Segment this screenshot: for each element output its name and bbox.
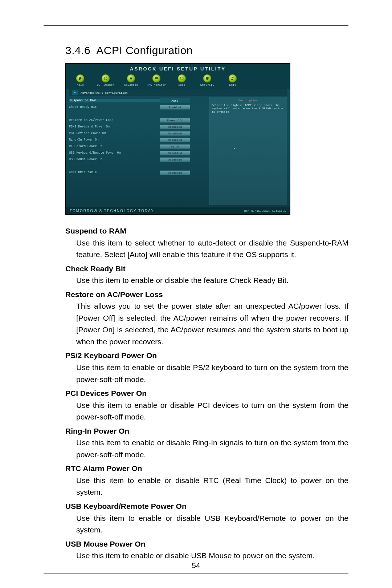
doc-entry: RTC Alarm Power OnUse this item to enabl… — [44, 463, 348, 498]
footer-datetime: Mon 07/15/2012, 15:55:55 — [244, 209, 286, 212]
entry-title: USB Keyboard/Remote Power On — [65, 500, 348, 512]
doc-entry: USB Keyboard/Remote Power OnUse this ite… — [44, 500, 348, 536]
tab-hw-monitor[interactable]: H/W Monitor — [145, 74, 168, 86]
bios-option-row[interactable]: RTC Alarm Power OnBy OS — [69, 143, 207, 150]
tab-boot[interactable]: Boot — [171, 74, 193, 86]
svg-point-3 — [232, 77, 233, 78]
bios-footer: TOMORROW'S TECHNOLOGY TODAY Mon 07/15/20… — [66, 207, 290, 214]
entry-title: Ring-In Power On — [65, 425, 348, 437]
bios-option-label: RTC Alarm Power On — [69, 145, 160, 148]
page-number: 54 — [44, 561, 348, 570]
bios-option-value[interactable]: Disabled — [160, 138, 190, 142]
bios-breadcrumb: ← Advanced\ACPI Configuration — [69, 89, 287, 96]
bios-option-value[interactable]: By OS — [160, 144, 190, 149]
mouse-cursor-icon: ↖ — [233, 146, 236, 150]
entry-body: Use this item to enable or disable Ring-… — [76, 437, 348, 461]
bios-option-row[interactable]: USB Keyboard/Remote Power OnDisabled — [69, 150, 207, 156]
bios-option-row[interactable]: PCI Devices Power OnDisabled — [69, 130, 207, 137]
entry-body: Use this item to enable or disable PCI d… — [76, 400, 348, 423]
bios-option-label: Check Ready Bit — [69, 105, 160, 109]
entry-title: RTC Alarm Power On — [65, 463, 348, 475]
entry-title: PS/2 Keyboard Power On — [65, 350, 348, 362]
bios-option-label: PCI Devices Power On — [69, 131, 160, 135]
tab-label: Exit — [229, 83, 236, 86]
doc-entry: PS/2 Keyboard Power OnUse this item to e… — [44, 350, 348, 385]
tab-exit[interactable]: Exit — [221, 74, 244, 86]
entry-title: USB Mouse Power On — [65, 538, 348, 550]
bottom-rule — [44, 573, 348, 573]
entry-body: Use this item to enable or disable the f… — [76, 275, 348, 287]
bios-option-row[interactable]: Check Ready BitEnabled — [69, 104, 207, 110]
help-header: Description — [212, 99, 285, 102]
bios-option-row[interactable]: Ring-In Power OnDisabled — [69, 137, 207, 143]
entry-title: PCI Devices Power On — [65, 388, 348, 400]
svg-rect-2 — [155, 77, 158, 79]
entry-title: Restore on AC/Power Loss — [65, 289, 348, 301]
bios-option-row[interactable]: PS/2 Keyboard Power OnDisabled — [69, 123, 207, 130]
bios-option-value[interactable]: Power Off — [160, 118, 190, 123]
help-text: Select the highest ACPI sleep state the … — [212, 104, 285, 113]
entry-body: Use this item to enable or disable USB M… — [76, 550, 348, 562]
bios-option-row — [69, 163, 207, 169]
bios-option-label: USB Keyboard/Remote Power On — [69, 151, 160, 155]
doc-entry: Check Ready BitUse this item to enable o… — [44, 263, 348, 287]
exit-icon — [229, 74, 237, 82]
section-heading: 3.4.6 ACPI Configuration — [65, 44, 348, 57]
doc-entry: Ring-In Power OnUse this item to enable … — [44, 425, 348, 461]
bios-option-label: Suspend to RAM — [69, 99, 160, 102]
tab-label: H/W Monitor — [147, 83, 166, 86]
doc-entry: Restore on AC/Power LossThis allows you … — [44, 289, 348, 348]
monitor-icon — [152, 74, 160, 82]
bios-option-label: ACPI HPET table — [69, 171, 160, 174]
footer-slogan: TOMORROW'S TECHNOLOGY TODAY — [70, 209, 154, 213]
entry-body: Use this item to enable or disable USB K… — [76, 512, 348, 536]
top-rule — [44, 25, 348, 26]
doc-entry: USB Mouse Power OnUse this item to enabl… — [44, 538, 348, 562]
bios-option-row[interactable]: USB Mouse Power OnDisabled — [69, 156, 207, 163]
bios-tabbar: Main OC Tweaker Advanced H/W Monitor Boo… — [66, 73, 290, 89]
tab-main[interactable]: Main — [69, 74, 91, 86]
tab-oc-tweaker[interactable]: OC Tweaker — [94, 74, 117, 86]
tab-advanced[interactable]: Advanced — [120, 74, 142, 86]
tab-label: Main — [77, 83, 83, 86]
bios-option-row[interactable]: Suspend to RAMAuto — [69, 97, 207, 104]
bios-option-label: USB Mouse Power On — [69, 158, 160, 161]
bios-options-list: Suspend to RAMAutoCheck Ready BitEnabled… — [69, 97, 207, 205]
bios-option-value[interactable]: Disabled — [160, 131, 190, 136]
bios-window-title: ASROCK UEFI SETUP UTILITY — [66, 64, 290, 73]
tab-label: Boot — [178, 83, 185, 86]
bios-option-label: Restore on AC/Power Loss — [69, 118, 160, 122]
entry-body: This allows you to set the power state a… — [76, 300, 348, 348]
bios-option-value[interactable]: Disabled — [160, 157, 190, 162]
tab-label: Advanced — [124, 83, 138, 86]
entry-title: Check Ready Bit — [65, 263, 348, 275]
bios-option-row[interactable]: Restore on AC/Power LossPower Off — [69, 117, 207, 123]
shield-icon — [203, 74, 211, 82]
bios-option-row[interactable]: ACPI HPET tableDisabled — [69, 169, 207, 176]
entry-body: Use this item to select whether to auto-… — [76, 237, 348, 261]
bios-option-value[interactable]: Auto — [160, 98, 190, 103]
back-icon[interactable]: ← — [72, 90, 78, 95]
bios-option-value[interactable]: Disabled — [160, 151, 190, 155]
chip-icon — [127, 74, 135, 82]
section-title-text: ACPI Configuration — [96, 44, 193, 56]
bios-option-value[interactable]: Enabled — [160, 105, 190, 110]
tab-security[interactable]: Security — [196, 74, 219, 86]
bios-help-panel: Description Select the highest ACPI slee… — [209, 97, 287, 205]
bios-option-value[interactable]: Disabled — [160, 125, 190, 129]
tab-label: OC Tweaker — [97, 83, 114, 86]
section-number: 3.4.6 — [65, 44, 90, 56]
entry-body: Use this item to enable or disable PS/2 … — [76, 362, 348, 385]
doc-entry: PCI Devices Power OnUse this item to ena… — [44, 388, 348, 423]
home-icon — [76, 74, 84, 82]
bios-option-value[interactable]: Disabled — [160, 170, 190, 175]
refresh-icon — [178, 74, 186, 82]
bios-option-row — [69, 110, 207, 117]
tab-label: Security — [200, 83, 214, 86]
svg-rect-1 — [130, 78, 132, 80]
gauge-icon — [102, 74, 110, 82]
entry-title: Suspend to RAM — [65, 225, 348, 237]
bios-screenshot: ASROCK UEFI SETUP UTILITY Main OC Tweake… — [65, 63, 290, 215]
bios-option-label: PS/2 Keyboard Power On — [69, 125, 160, 129]
breadcrumb-text: Advanced\ACPI Configuration — [81, 91, 128, 94]
